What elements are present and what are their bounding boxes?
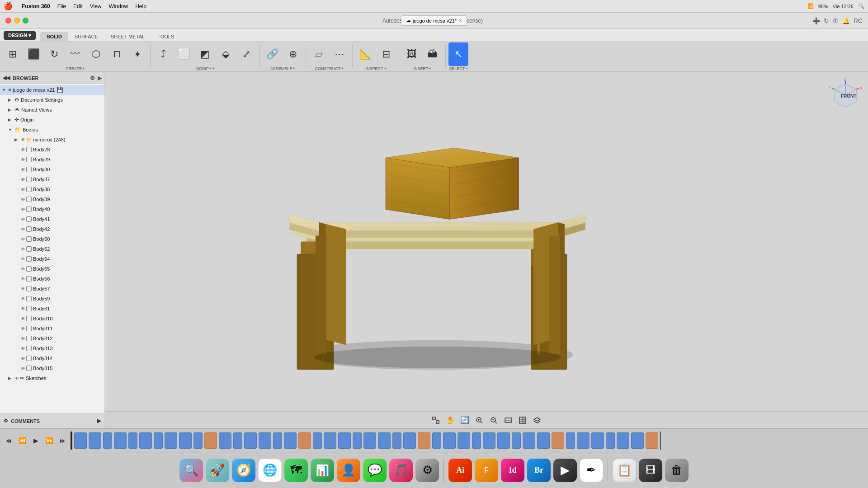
tree-body-body61[interactable]: 👁 Body61 xyxy=(0,304,104,314)
dock-launchpad[interactable]: 🚀 xyxy=(206,459,229,482)
tl-item-16[interactable] xyxy=(284,432,297,449)
eye-Body314[interactable]: 👁 xyxy=(21,356,25,361)
construct-label[interactable]: CONSTRUCT ▾ xyxy=(315,66,344,71)
tree-body-body50[interactable]: 👁 Body50 xyxy=(0,234,104,244)
pan-button[interactable]: ✋ xyxy=(444,414,457,427)
dock-itunes[interactable]: 🎵 xyxy=(389,459,413,482)
tree-body-body55[interactable]: 👁 Body55 xyxy=(0,264,104,274)
dock-maps[interactable]: 🗺 xyxy=(284,459,308,482)
eye-Body312[interactable]: 👁 xyxy=(21,336,25,341)
tl-item-35[interactable] xyxy=(577,432,590,449)
zoom-in-button[interactable] xyxy=(473,414,486,427)
eye-Body41[interactable]: 👁 xyxy=(21,217,25,222)
inspect-label[interactable]: INSPECT ▾ xyxy=(365,66,386,71)
eye-Body311[interactable]: 👁 xyxy=(21,326,25,331)
tl-item-10[interactable] xyxy=(193,432,203,449)
tl-item-12[interactable] xyxy=(233,432,242,449)
tl-item-24[interactable] xyxy=(403,432,416,449)
chamfer-button[interactable]: ◩ xyxy=(195,42,215,66)
design-dropdown[interactable]: DESIGN ▾ xyxy=(4,31,36,40)
eye-Body39[interactable]: 👁 xyxy=(21,197,25,202)
tree-named-views[interactable]: ▶ 👁 Named Views xyxy=(0,105,104,115)
tree-body-body311[interactable]: 👁 Body311 xyxy=(0,324,104,333)
tl-next[interactable]: ⏩ xyxy=(43,435,55,446)
tree-sketches[interactable]: ▶ 👁 ✏ Sketches xyxy=(0,373,104,383)
sweep-button[interactable]: 〰 xyxy=(65,42,85,66)
dock-fusion[interactable]: F xyxy=(475,459,498,482)
select-label[interactable]: SELECT ▾ xyxy=(449,66,467,71)
tl-item-2[interactable] xyxy=(89,432,101,449)
browser-settings[interactable]: ⚙ xyxy=(90,75,95,81)
tl-item-4[interactable] xyxy=(114,432,127,449)
tl-item-orange-5[interactable] xyxy=(646,432,658,449)
viewport-area[interactable]: X Y Z FRONT ✋ 🔄 xyxy=(105,72,868,428)
assemble-label[interactable]: ASSEMBLE ▾ xyxy=(270,66,295,71)
eye-Body30[interactable]: 👁 xyxy=(21,167,25,172)
tree-numeros[interactable]: ▶ 👁 📁 numeros (248) xyxy=(0,135,104,145)
dock-trash[interactable]: 🗑 xyxy=(665,459,689,482)
tl-prev[interactable]: ⏪ xyxy=(16,435,28,446)
tree-body-body39[interactable]: 👁 Body39 xyxy=(0,194,104,204)
section-button[interactable]: ⊟ xyxy=(376,42,396,66)
measure-button[interactable]: 📐 xyxy=(355,42,375,66)
dock-numbers[interactable]: 📊 xyxy=(311,459,334,482)
tree-root[interactable]: ▼ ■ juego de mesa v21 💾 xyxy=(0,85,104,95)
dock-bridge[interactable]: Br xyxy=(527,459,551,482)
menu-help[interactable]: Help xyxy=(135,3,146,9)
tl-item-15[interactable] xyxy=(273,432,282,449)
joint-origin-button[interactable]: ⊕ xyxy=(283,42,303,66)
tl-item-21[interactable] xyxy=(363,432,376,449)
tree-doc-settings[interactable]: ▶ ⚙ Document Settings xyxy=(0,95,104,105)
menu-window[interactable]: Window xyxy=(109,3,128,9)
minimize-button[interactable] xyxy=(14,18,20,23)
fillet-button[interactable]: ⬜ xyxy=(174,42,194,66)
dock-chrome[interactable]: 🌐 xyxy=(258,459,282,482)
dock-contacts[interactable]: 👤 xyxy=(337,459,360,482)
tl-item-14[interactable] xyxy=(259,432,271,449)
tree-body-body313[interactable]: 👁 Body313 xyxy=(0,343,104,353)
tl-item-28[interactable] xyxy=(472,432,481,449)
tl-item-13[interactable] xyxy=(244,432,257,449)
tree-body-body310[interactable]: 👁 Body310 xyxy=(0,314,104,324)
bell-icon[interactable]: 🔔 xyxy=(842,17,850,24)
tl-play[interactable]: ▶ xyxy=(30,435,42,446)
tl-item-9[interactable] xyxy=(179,432,192,449)
tl-item-orange-4[interactable] xyxy=(552,432,564,449)
eye-Body42[interactable]: 👁 xyxy=(21,227,25,232)
insert-svg-button[interactable]: 🏔 xyxy=(423,42,443,66)
eye-Body28[interactable]: 👁 xyxy=(21,147,25,152)
tl-item-26[interactable] xyxy=(443,432,456,449)
eye-Body61[interactable]: 👁 xyxy=(21,306,25,311)
eye-Body313[interactable]: 👁 xyxy=(21,346,25,351)
menubar-search[interactable]: 🔍 xyxy=(858,3,864,9)
tl-item-33[interactable] xyxy=(537,432,550,449)
tl-item-36[interactable] xyxy=(591,432,604,449)
fit-view-button[interactable] xyxy=(429,414,442,427)
tab-solid[interactable]: SOLID xyxy=(40,32,68,41)
tl-item-39[interactable] xyxy=(631,432,644,449)
tl-item-29[interactable] xyxy=(483,432,495,449)
rib-button[interactable]: ⊓ xyxy=(107,42,127,66)
create-label[interactable]: CREATE ▾ xyxy=(66,66,85,71)
tl-item-23[interactable] xyxy=(392,432,401,449)
loft-button[interactable]: ⬡ xyxy=(86,42,106,66)
eye-Body315[interactable]: 👁 xyxy=(21,366,25,371)
tl-end[interactable]: ⏭ xyxy=(57,435,69,446)
extrude-button[interactable]: ⬛ xyxy=(24,42,43,66)
tl-item-6[interactable] xyxy=(139,432,152,449)
insert-label[interactable]: INSERT ▾ xyxy=(414,66,431,71)
eye-Body38[interactable]: 👁 xyxy=(21,187,25,192)
tab-close[interactable]: ✕ xyxy=(458,18,462,23)
midplane-button[interactable]: ⋯ xyxy=(330,42,349,66)
orbit-button[interactable]: 🔄 xyxy=(458,414,471,427)
document-tab[interactable]: ☁ juego de mesa v21* ✕ xyxy=(401,15,467,26)
tree-body-body28[interactable]: 👁 Body28 xyxy=(0,145,104,155)
grid-button[interactable] xyxy=(516,414,529,427)
eye-Body37[interactable]: 👁 xyxy=(21,177,25,182)
eye-Body40[interactable]: 👁 xyxy=(21,207,25,212)
tl-item-1[interactable] xyxy=(74,432,87,449)
offset-plane-button[interactable]: ▱ xyxy=(309,42,329,66)
close-button[interactable] xyxy=(5,18,11,23)
tl-item-19[interactable] xyxy=(338,432,351,449)
apple-menu[interactable]: 🍎 xyxy=(4,2,13,10)
